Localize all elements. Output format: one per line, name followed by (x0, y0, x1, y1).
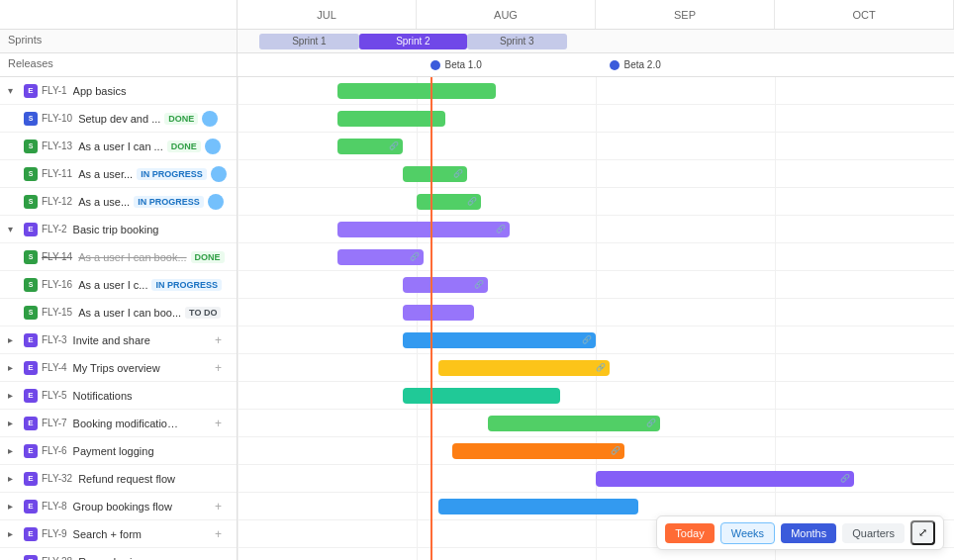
epic-badge: E (24, 472, 38, 486)
story-sidebar-row[interactable]: SFLY-15As a user I can boo...TO DO (0, 299, 237, 327)
sprint-bar: Sprint 3 (467, 34, 567, 49)
epic-sidebar-row[interactable]: ▸EFLY-32Refund request flow (0, 465, 237, 493)
expand-icon[interactable]: ▸ (8, 501, 20, 513)
row-key: FLY-6 (42, 445, 67, 456)
epic-sidebar-row[interactable]: ▸EFLY-3Invite and share+ (0, 327, 237, 354)
gantt-bar[interactable] (403, 388, 560, 404)
row-key: FLY-5 (42, 390, 67, 401)
expand-icon[interactable]: ▸ (8, 334, 20, 346)
gantt-bar[interactable] (403, 305, 474, 321)
months-button[interactable]: Months (781, 523, 836, 543)
gantt-row (238, 299, 954, 327)
epic-badge: E (24, 389, 38, 403)
status-badge: IN PROGRESS (134, 196, 204, 208)
row-label: Rewards signup and tracking (78, 556, 187, 561)
status-badge: DONE (167, 140, 201, 152)
story-sidebar-row[interactable]: SFLY-16As a user I c...IN PROGRESS (0, 271, 237, 299)
gantt-bar[interactable]: 🔗 (452, 443, 624, 459)
epic-sidebar-row[interactable]: ▸EFLY-8Group bookings flow+ (0, 493, 237, 520)
epic-sidebar-row[interactable]: ▸EFLY-9Search + form+ (0, 520, 237, 548)
expand-icon[interactable]: ▸ (8, 528, 20, 540)
expand-button[interactable]: ⤢ (910, 520, 935, 545)
avatar (205, 139, 221, 154)
expand-icon[interactable]: ▾ (8, 224, 20, 235)
gantt-row: 🔗 (238, 437, 954, 465)
expand-icon[interactable]: ▸ (8, 445, 20, 457)
epic-sidebar-row[interactable]: ▸EFLY-28Rewards signup and tracking (0, 548, 237, 560)
quarters-button[interactable]: Quarters (842, 523, 905, 543)
releases-row: Releases Beta 1.0Beta 2.0 (0, 53, 954, 77)
link-icon: 🔗 (496, 225, 506, 233)
row-label: As a user I can ... (78, 140, 163, 152)
epic-sidebar-row[interactable]: ▸EFLY-6Payment logging (0, 437, 237, 465)
row-label: As a user I can boo... (78, 307, 181, 319)
gantt-bar[interactable]: 🔗 (337, 249, 424, 265)
row-label: Notifications (73, 390, 133, 402)
expand-icon[interactable]: ▸ (8, 473, 20, 485)
sprints-row: Sprints Sprint 1Sprint 2Sprint 3 (0, 30, 954, 53)
story-sidebar-row[interactable]: SFLY-10Setup dev and ...DONE (0, 105, 237, 133)
epic-sidebar-row[interactable]: ▸EFLY-7Booking modifications flow+ (0, 410, 237, 437)
row-key: FLY-32 (42, 473, 72, 484)
row-label: As a user I can book... (78, 251, 186, 263)
month-label: JUL (238, 0, 417, 29)
story-sidebar-row[interactable]: SFLY-14As a user I can book...DONE (0, 243, 237, 271)
add-child-icon[interactable]: + (215, 361, 229, 375)
add-child-icon[interactable]: + (215, 527, 229, 541)
story-badge: S (24, 306, 38, 320)
gantt-bar[interactable] (337, 83, 495, 99)
add-child-icon[interactable]: + (215, 417, 229, 430)
gantt-bar[interactable]: 🔗 (596, 471, 854, 487)
epic-badge: E (24, 444, 38, 458)
gantt-row: 🔗 (238, 160, 954, 188)
weeks-button[interactable]: Weeks (720, 522, 775, 544)
status-badge: TO DO (185, 307, 221, 319)
expand-icon[interactable]: ▸ (8, 362, 20, 374)
gantt-bar[interactable]: 🔗 (337, 222, 510, 237)
row-label: Setup dev and ... (78, 113, 160, 125)
gantt-bar[interactable]: 🔗 (403, 166, 467, 182)
gantt-row: 🔗 (238, 465, 954, 493)
epic-sidebar-row[interactable]: ▸EFLY-4My Trips overview+ (0, 354, 237, 382)
gantt-row (238, 382, 954, 410)
sprint-timeline: Sprint 1Sprint 2Sprint 3 (238, 30, 954, 52)
release-marker: Beta 2.0 (610, 59, 660, 70)
gantt-bar[interactable]: 🔗 (438, 360, 611, 376)
row-key: FLY-8 (42, 501, 67, 512)
story-sidebar-row[interactable]: SFLY-13As a user I can ...DONE (0, 133, 237, 160)
story-sidebar-row[interactable]: SFLY-11As a user...IN PROGRESS (0, 160, 237, 188)
sidebar: ▾EFLY-1App basicsSFLY-10Setup dev and ..… (0, 77, 238, 560)
today-button[interactable]: Today (665, 523, 714, 543)
gantt-bar[interactable]: 🔗 (417, 194, 481, 210)
gantt-bar[interactable]: 🔗 (337, 139, 402, 154)
add-child-icon[interactable]: + (215, 500, 229, 513)
row-label: Refund request flow (78, 473, 175, 485)
release-label: Beta 1.0 (444, 59, 481, 70)
release-dot-circle (430, 60, 440, 70)
row-key: FLY-11 (42, 168, 72, 179)
gantt-bar[interactable] (337, 111, 445, 127)
epic-sidebar-row[interactable]: ▸EFLY-5Notifications (0, 382, 237, 410)
expand-icon[interactable]: ▸ (8, 556, 20, 561)
story-badge: S (24, 250, 38, 264)
status-badge: DONE (191, 251, 225, 263)
gantt-bar[interactable] (438, 499, 639, 514)
epic-sidebar-row[interactable]: ▾EFLY-2Basic trip booking (0, 216, 237, 243)
gantt-row: 🔗 (238, 216, 954, 243)
add-child-icon[interactable]: + (215, 333, 229, 347)
expand-icon[interactable]: ▸ (8, 390, 20, 402)
gantt-row (238, 105, 954, 133)
epic-badge: E (24, 527, 38, 541)
expand-icon[interactable]: ▾ (8, 85, 20, 97)
link-icon: 🔗 (474, 280, 484, 289)
row-label: Invite and share (73, 334, 150, 346)
row-label: Payment logging (73, 445, 154, 457)
story-sidebar-row[interactable]: SFLY-12As a use...IN PROGRESS (0, 188, 237, 216)
gantt-bar[interactable]: 🔗 (488, 416, 660, 431)
link-icon: 🔗 (467, 197, 477, 206)
row-key: FLY-9 (42, 528, 67, 539)
gantt-bar[interactable]: 🔗 (403, 277, 489, 293)
epic-sidebar-row[interactable]: ▾EFLY-1App basics (0, 77, 237, 105)
expand-icon[interactable]: ▸ (8, 418, 20, 429)
row-key: FLY-7 (42, 418, 67, 428)
